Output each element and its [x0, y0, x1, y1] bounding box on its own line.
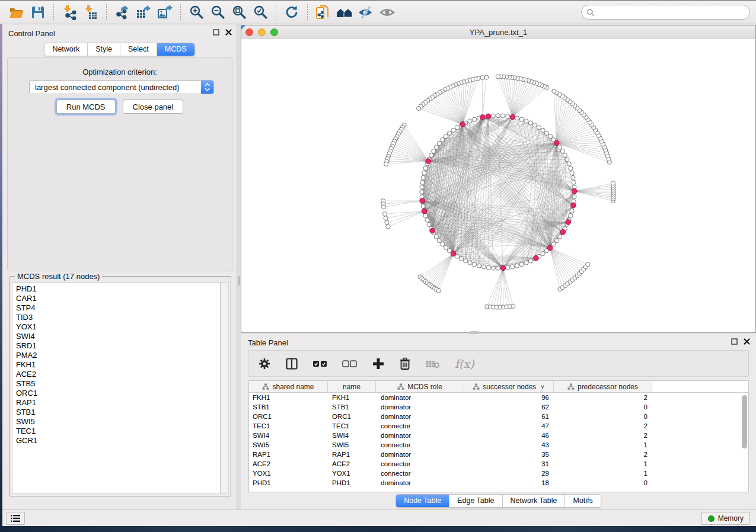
close-panel-icon[interactable]	[225, 29, 232, 36]
export-image-icon	[157, 5, 173, 20]
table-cell: connector	[376, 421, 464, 431]
refresh-icon	[284, 4, 300, 20]
apply-layout-button[interactable]	[283, 4, 301, 21]
search-input[interactable]	[598, 8, 745, 17]
eye-icon	[379, 5, 395, 20]
unchecked-boxes-icon	[342, 357, 358, 370]
mcds-list-scrollbar[interactable]	[221, 282, 229, 494]
save-session-button[interactable]	[29, 4, 47, 21]
tab-network[interactable]: Network	[44, 43, 88, 56]
table-row[interactable]: RAP1RAP1dominator352	[249, 450, 748, 459]
optimization-criterion-select[interactable]: largest connected component (undirected)	[29, 80, 214, 94]
open-folder-icon	[9, 5, 24, 20]
float-panel-icon[interactable]	[731, 338, 738, 345]
first-neighbors-button[interactable]	[336, 4, 353, 21]
columns-icon	[285, 357, 298, 370]
table-row[interactable]: STB1STB1dominator620	[249, 402, 748, 412]
run-mcds-button[interactable]: Run MCDS	[56, 100, 116, 114]
mcds-result-group: MCDS result (17 nodes) PHD1CAR1STP4TID3Y…	[9, 276, 231, 496]
export-network-button[interactable]	[113, 4, 131, 21]
export-table-icon	[136, 5, 151, 20]
tab-select[interactable]: Select	[120, 43, 157, 56]
tab-motifs[interactable]: Motifs	[565, 495, 600, 507]
table-row[interactable]: TEC1TEC1connector472	[249, 421, 748, 431]
table-row[interactable]: FKH1FKH1dominator962	[249, 393, 748, 402]
column-header-filler	[652, 381, 748, 392]
mcds-result-item[interactable]: RAP1	[12, 398, 220, 408]
mcds-result-item[interactable]: GCR1	[12, 436, 220, 446]
delete-columns-button[interactable]	[399, 357, 411, 370]
mcds-result-item[interactable]: STB5	[12, 379, 220, 389]
mcds-result-item[interactable]: TID3	[12, 313, 220, 322]
mcds-result-item[interactable]: PMA2	[12, 351, 220, 360]
column-header-name[interactable]: name	[328, 381, 376, 392]
mcds-result-item[interactable]: SWI5	[12, 417, 220, 427]
unselect-all-columns-button[interactable]	[342, 357, 358, 370]
mcds-result-item[interactable]: TEC1	[12, 427, 220, 436]
column-header-mcds-role[interactable]: MCDS role	[376, 381, 464, 392]
add-column-button[interactable]	[372, 357, 385, 370]
mcds-result-item[interactable]: ACE2	[12, 370, 220, 379]
optimization-criterion-value: largest connected component (undirected)	[30, 83, 201, 92]
table-cell: dominator	[376, 412, 464, 421]
mcds-result-item[interactable]: FKH1	[12, 360, 220, 370]
zoom-fit-button[interactable]	[230, 4, 248, 21]
import-table-button[interactable]	[82, 4, 100, 21]
mcds-result-item[interactable]: SWI4	[12, 332, 220, 341]
table-scrollbar-thumb[interactable]	[742, 395, 747, 448]
table-options-button[interactable]	[258, 357, 271, 370]
import-network-button[interactable]	[60, 4, 78, 21]
table-row[interactable]: YOX1YOX1connector291	[249, 469, 748, 478]
open-session-button[interactable]	[8, 4, 25, 21]
export-table-button[interactable]	[135, 4, 152, 21]
tab-node-table[interactable]: Node Table	[396, 495, 449, 507]
table-row[interactable]: SWI4SWI4dominator462	[249, 431, 748, 440]
column-header-shared-name[interactable]: shared name	[249, 381, 328, 392]
tab-network-table[interactable]: Network Table	[503, 495, 566, 507]
select-all-columns-button[interactable]	[312, 357, 328, 370]
mcds-result-item[interactable]: YOX1	[12, 322, 220, 332]
float-panel-icon[interactable]	[213, 29, 219, 36]
mcds-result-item[interactable]: STB1	[12, 408, 220, 417]
zoom-selected-button[interactable]	[251, 4, 269, 21]
mcds-result-item[interactable]: ORC1	[12, 389, 220, 398]
table-cell: PHD1	[249, 478, 328, 488]
mcds-result-item[interactable]: STP4	[12, 303, 220, 313]
tab-style[interactable]: Style	[88, 43, 120, 56]
zoom-out-button[interactable]	[209, 4, 227, 21]
mcds-result-item[interactable]: CAR1	[12, 294, 220, 303]
table-row[interactable]: PHD1PHD1dominator180	[249, 478, 748, 488]
show-columns-button[interactable]	[285, 357, 298, 370]
table-cell: 1	[554, 459, 652, 469]
task-history-button[interactable]	[6, 512, 25, 525]
clone-network-button[interactable]	[314, 4, 332, 21]
mcds-result-item[interactable]: SRD1	[12, 341, 220, 351]
table-cell: 0	[554, 402, 652, 412]
table-row[interactable]: ORC1ORC1dominator610	[249, 412, 748, 421]
function-builder-button[interactable]: f(x)	[455, 357, 474, 370]
column-header-predecessor-nodes[interactable]: predecessor nodes	[554, 381, 652, 392]
mcds-result-item[interactable]: PHD1	[12, 284, 220, 294]
tab-mcds[interactable]: MCDS	[157, 43, 194, 56]
network-canvas[interactable]	[241, 39, 755, 332]
import-table-icon	[83, 5, 98, 20]
splitter-grip[interactable]	[238, 276, 240, 286]
show-hidden-button[interactable]	[378, 4, 396, 21]
zoom-in-button[interactable]	[187, 4, 205, 21]
export-image-button[interactable]	[156, 4, 174, 21]
network-window-titlebar[interactable]: YPA_prune.txt_1	[241, 25, 755, 39]
toolbar-separator	[307, 4, 308, 21]
table-cell: 62	[464, 402, 554, 412]
column-type-icon	[567, 383, 575, 390]
sort-indicator-icon: ∨	[540, 383, 544, 390]
table-row[interactable]: SWI5SWI5connector431	[249, 440, 748, 450]
close-panel-button[interactable]: Close panel	[123, 100, 184, 114]
close-panel-icon[interactable]	[744, 338, 750, 345]
table-body: FKH1FKH1dominator962STB1STB1dominator620…	[249, 393, 748, 488]
tab-edge-table[interactable]: Edge Table	[449, 495, 502, 507]
memory-button[interactable]: Memory	[701, 512, 750, 525]
hide-selected-button[interactable]	[357, 4, 375, 21]
column-header-successor-nodes[interactable]: successor nodes∨	[464, 381, 554, 392]
delete-table-button[interactable]	[425, 357, 441, 370]
table-row[interactable]: ACE2ACE2connector311	[249, 459, 748, 469]
